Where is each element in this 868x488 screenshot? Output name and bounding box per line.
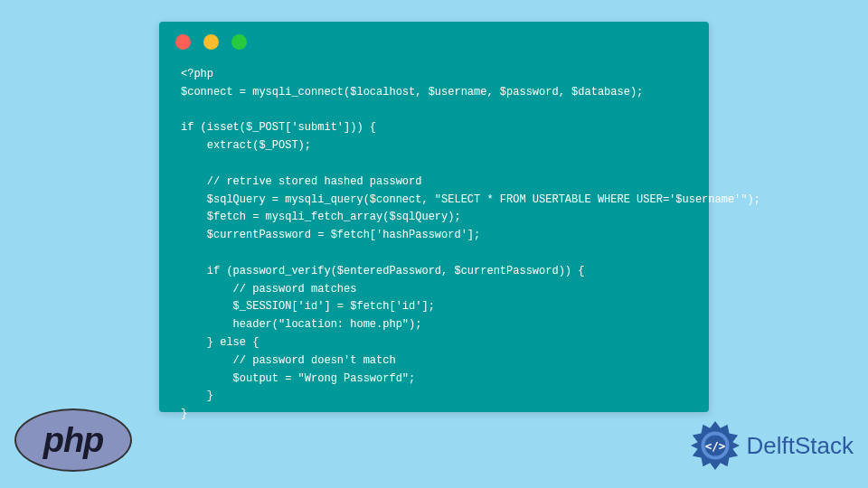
close-icon <box>175 34 191 50</box>
code-window: <?php $connect = mysqli_connect($localho… <box>159 22 709 412</box>
minimize-icon <box>203 34 219 50</box>
window-controls <box>159 22 709 57</box>
code-content: <?php $connect = mysqli_connect($localho… <box>159 57 709 433</box>
php-logo-ellipse: php <box>14 408 132 472</box>
maximize-icon <box>231 34 247 50</box>
php-logo: php <box>14 408 132 472</box>
svg-text:</>: </> <box>704 439 725 453</box>
delftstack-logo: </> DelftStack <box>689 419 854 472</box>
delftstack-text: DelftStack <box>747 432 854 460</box>
php-logo-text: php <box>43 421 104 460</box>
delftstack-icon: </> <box>689 419 741 472</box>
